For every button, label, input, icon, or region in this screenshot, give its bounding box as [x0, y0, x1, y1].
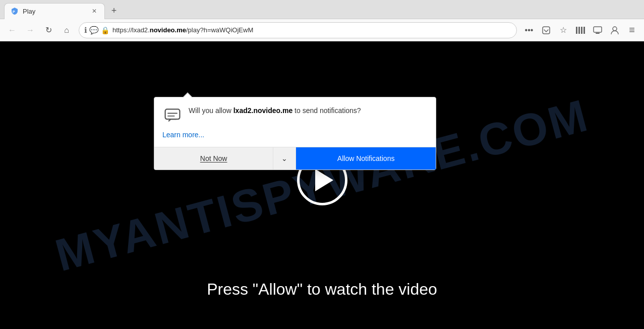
play-triangle-icon: [315, 169, 333, 191]
popup-message: Will you allow lxad2.novideo.me to send …: [189, 105, 361, 116]
bottom-text: Press "Allow" to watch the video: [0, 280, 644, 299]
svg-point-8: [613, 27, 617, 31]
new-tab-button[interactable]: +: [107, 4, 121, 18]
address-bar-icons: ℹ 💬 🔒: [84, 26, 109, 35]
svg-rect-5: [583, 27, 585, 34]
account-button[interactable]: [607, 22, 623, 38]
browser-frame: P Play ✕ + ← → ↻ ⌂ ℹ 💬 🔒 https://lxad2.n…: [0, 0, 644, 329]
synced-tabs-button[interactable]: [590, 22, 606, 38]
content-area: MYANTISPYWARE.COM Press "Allow" to watch…: [0, 41, 644, 329]
toolbar: ← → ↻ ⌂ ℹ 💬 🔒 https://lxad2.novideo.me/p…: [0, 19, 644, 41]
learn-more-link[interactable]: Learn more...: [162, 131, 428, 139]
tab-title: Play: [23, 8, 86, 15]
secure-lock-icon[interactable]: 🔒: [101, 26, 109, 34]
popup-chat-icon: [162, 105, 183, 126]
back-button[interactable]: ←: [4, 22, 20, 38]
dropdown-button[interactable]: ⌄: [273, 147, 296, 170]
svg-rect-9: [165, 109, 180, 119]
popup-arrow: [183, 92, 193, 97]
bookmark-button[interactable]: ☆: [555, 22, 571, 38]
tab-bar: P Play ✕ +: [0, 0, 644, 19]
address-text: https://lxad2.novideo.me/play?h=waWQiOjE…: [112, 26, 511, 34]
svg-rect-4: [581, 27, 582, 34]
library-button[interactable]: [572, 22, 589, 38]
tab-favicon: P: [11, 7, 19, 15]
not-now-button[interactable]: Not Now: [154, 147, 273, 170]
svg-text:P: P: [13, 10, 15, 14]
allow-notifications-button[interactable]: Allow Notifications: [296, 147, 436, 170]
pocket-button[interactable]: [538, 22, 554, 38]
info-icon[interactable]: ℹ: [84, 26, 87, 35]
svg-rect-2: [576, 27, 577, 34]
address-bar[interactable]: ℹ 💬 🔒 https://lxad2.novideo.me/play?h=wa…: [79, 22, 517, 38]
notification-permission-icon[interactable]: 💬: [89, 26, 99, 35]
home-button[interactable]: ⌂: [58, 22, 75, 38]
svg-rect-3: [578, 27, 580, 34]
more-menu-button[interactable]: •••: [521, 22, 537, 38]
svg-rect-7: [596, 33, 600, 34]
svg-rect-6: [594, 27, 602, 32]
popup-domain: lxad2.novideo.me: [233, 106, 292, 115]
menu-button[interactable]: ≡: [624, 22, 640, 38]
popup-buttons: Not Now ⌄ Allow Notifications: [154, 147, 436, 170]
popup-question-pre: Will you allow: [189, 106, 233, 115]
popup-header: Will you allow lxad2.novideo.me to send …: [162, 105, 428, 126]
tab-close-button[interactable]: ✕: [90, 7, 98, 15]
active-tab[interactable]: P Play ✕: [4, 3, 105, 19]
notification-popup: Will you allow lxad2.novideo.me to send …: [154, 97, 436, 170]
reload-button[interactable]: ↻: [40, 22, 56, 38]
popup-question-post: to send notifications?: [292, 106, 361, 115]
forward-button[interactable]: →: [22, 22, 38, 38]
toolbar-right-icons: ••• ☆: [521, 22, 640, 38]
svg-rect-1: [543, 27, 550, 34]
